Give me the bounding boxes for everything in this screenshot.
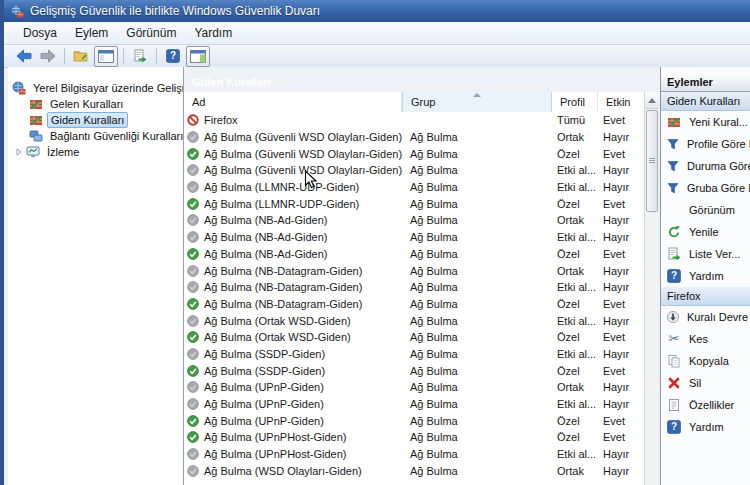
rule-row[interactable]: Ağ Bulma (NB-Datagram-Giden)Ağ BulmaOrta… xyxy=(184,262,645,279)
scroll-up-button[interactable] xyxy=(645,92,659,109)
rule-row[interactable]: Ağ Bulma (Güvenli WSD Olayları-Giden)Ağ … xyxy=(184,129,645,146)
rule-row[interactable]: Ağ Bulma (NB-Datagram-Giden)Ağ BulmaÖzel… xyxy=(184,296,645,313)
action-item-kes[interactable]: ✂Kes xyxy=(661,328,750,350)
tree-item-baglanti-guvenligi-kurallari[interactable]: Bağlantı Güvenliği Kuralları xyxy=(8,128,183,144)
action-item-profile-gore-filtre[interactable]: Profile Göre Fil xyxy=(661,133,750,155)
menu-item-dosya[interactable]: Dosya xyxy=(14,24,66,42)
rule-disabled-icon xyxy=(187,448,199,460)
actions-group-header-firefox[interactable]: Firefox xyxy=(661,287,750,306)
rule-name: Ağ Bulma (UPnP-Giden) xyxy=(204,415,324,427)
rule-row[interactable]: Ağ Bulma (UPnP-Giden)Ağ BulmaEtki al...H… xyxy=(184,396,645,413)
new-rule-icon xyxy=(667,115,681,129)
rule-row[interactable]: Ağ Bulma (Güvenli WSD Olayları-Giden)Ağ … xyxy=(184,162,645,179)
rule-row[interactable]: Ağ Bulma (SSDP-Giden)Ağ BulmaEtki al...H… xyxy=(184,346,645,363)
rule-row[interactable]: Ağ Bulma (SSDP-Giden)Ağ BulmaÖzelEvet xyxy=(184,362,645,379)
tree-item-gelen-kurallari[interactable]: Gelen Kuralları xyxy=(8,96,183,112)
svg-text:?: ? xyxy=(170,50,176,61)
rule-row[interactable]: FirefoxTümüEvet xyxy=(184,112,645,129)
expand-arrow-icon[interactable] xyxy=(12,148,26,156)
vertical-scrollbar[interactable] xyxy=(644,92,659,485)
menu-item-eylem[interactable]: Eylem xyxy=(66,24,117,42)
rule-group: Ağ Bulma xyxy=(402,181,552,193)
rule-row[interactable]: Ağ Bulma (UPnP-Giden)Ağ BulmaOrtakHayır xyxy=(184,379,645,396)
tree-item-root[interactable]: Yerel Bilgisayar üzerinde Gelişm xyxy=(8,80,183,96)
toolbar-button-export-list[interactable] xyxy=(129,47,151,66)
column-header-etkin[interactable]: Etkin xyxy=(598,92,645,112)
action-item-label: Liste Ver... xyxy=(689,248,740,260)
rule-enabled: Hayır xyxy=(598,181,645,193)
action-item-yardim[interactable]: ?Yardım xyxy=(661,265,750,287)
rule-name: Ağ Bulma (SSDP-Giden) xyxy=(204,348,325,360)
rule-enabled: Hayır xyxy=(598,398,645,410)
tree-item-label: İzleme xyxy=(44,145,82,159)
action-item-yenile[interactable]: Yenile xyxy=(661,221,750,243)
toolbar-button-back[interactable] xyxy=(13,47,35,66)
toolbar-separator xyxy=(156,48,157,64)
action-item-liste-ver[interactable]: Liste Ver... xyxy=(661,243,750,265)
action-item-kopyala[interactable]: Kopyala xyxy=(661,350,750,372)
rule-group: Ağ Bulma xyxy=(402,164,552,176)
action-item-ozellikler[interactable]: Özellikler xyxy=(661,394,750,416)
rule-disabled-icon xyxy=(187,164,199,176)
firewall-app-icon[interactable] xyxy=(10,4,24,18)
rule-profile: Özel xyxy=(552,365,598,377)
scrollbar-thumb[interactable] xyxy=(646,110,658,212)
rule-row[interactable]: Ağ Bulma (NB-Ad-Giden)Ağ BulmaOrtakHayır xyxy=(184,212,645,229)
rule-enabled: Evet xyxy=(598,248,645,260)
action-item-label: Yenile xyxy=(689,226,719,238)
rule-row[interactable]: Ağ Bulma (LLMNR-UDP-Giden)Ağ BulmaEtki a… xyxy=(184,179,645,196)
disable-rule-icon xyxy=(666,310,680,324)
menu-item-yardim[interactable]: Yardım xyxy=(185,24,241,42)
rule-enabled-icon xyxy=(187,198,199,210)
rule-enabled-icon xyxy=(187,431,199,443)
rule-profile: Ortak xyxy=(552,381,598,393)
action-item-yeni-kural[interactable]: Yeni Kural... xyxy=(661,111,750,133)
action-item-sil[interactable]: Sil xyxy=(661,372,750,394)
show-hide-action-pane-icon xyxy=(190,50,206,63)
column-header-ad[interactable]: Ad xyxy=(184,92,402,112)
tree-item-giden-kurallari[interactable]: Giden Kuralları xyxy=(8,112,183,128)
rule-row[interactable]: Ağ Bulma (Ortak WSD-Giden)Ağ BulmaEtki a… xyxy=(184,312,645,329)
action-item-yardim[interactable]: ?Yardım xyxy=(661,416,750,438)
action-item-gorunum[interactable]: Görünüm xyxy=(661,199,750,221)
rule-enabled: Evet xyxy=(598,298,645,310)
rule-enabled: Evet xyxy=(598,415,645,427)
tree-item-izleme[interactable]: İzleme xyxy=(8,144,183,160)
rule-row[interactable]: Ağ Bulma (NB-Ad-Giden)Ağ BulmaEtki al...… xyxy=(184,229,645,246)
rule-row[interactable]: Ağ Bulma (Ortak WSD-Giden)Ağ BulmaÖzelEv… xyxy=(184,329,645,346)
rule-row[interactable]: Ağ Bulma (NB-Datagram-Giden)Ağ BulmaEtki… xyxy=(184,279,645,296)
rule-profile: Etki al... xyxy=(552,281,598,293)
action-item-duruma-gore-filtre[interactable]: Duruma Göre F xyxy=(661,155,750,177)
action-item-gruba-gore-filtre[interactable]: Gruba Göre Fil xyxy=(661,177,750,199)
toolbar-button-forward[interactable] xyxy=(37,47,59,66)
rule-profile: Etki al... xyxy=(552,448,598,460)
rule-profile: Etki al... xyxy=(552,164,598,176)
tree-item-label: Giden Kuralları xyxy=(47,112,128,128)
column-header-grup[interactable]: Grup xyxy=(402,92,552,112)
action-item-kurali-devre-disi[interactable]: Kuralı Devre Dı xyxy=(661,306,750,328)
rule-enabled-icon xyxy=(187,298,199,310)
column-header-label: Ad xyxy=(192,96,205,108)
rule-disabled-icon xyxy=(187,281,199,293)
menu-item-gorunum[interactable]: Görünüm xyxy=(117,24,185,42)
rule-enabled: Evet xyxy=(598,148,645,160)
column-header-profil[interactable]: Profil xyxy=(552,92,598,112)
rule-enabled: Hayır xyxy=(598,164,645,176)
rule-enabled: Hayır xyxy=(598,465,645,477)
toolbar-button-show-hide-action-pane[interactable] xyxy=(186,46,210,67)
rule-row[interactable]: Ağ Bulma (UPnPHost-Giden)Ağ BulmaÖzelEve… xyxy=(184,429,645,446)
rule-row[interactable]: Ağ Bulma (UPnP-Giden)Ağ BulmaÖzelEvet xyxy=(184,412,645,429)
rule-enabled: Hayır xyxy=(598,281,645,293)
window-title: Gelişmiş Güvenlik ile birlikte Windows G… xyxy=(30,4,320,18)
actions-group-header-giden-kurallari[interactable]: Giden Kuralları xyxy=(661,92,750,111)
toolbar-button-show-hide-console-tree[interactable] xyxy=(70,47,92,66)
toolbar-button-console-window[interactable] xyxy=(94,46,118,67)
toolbar-button-help[interactable]: ? xyxy=(162,47,184,66)
rule-row[interactable]: Ağ Bulma (NB-Ad-Giden)Ağ BulmaÖzelEvet xyxy=(184,246,645,263)
rule-row[interactable]: Ağ Bulma (WSD Olayları-Giden)Ağ BulmaOrt… xyxy=(184,462,645,479)
connection-security-icon xyxy=(29,129,43,143)
rule-row[interactable]: Ağ Bulma (UPnPHost-Giden)Ağ BulmaEtki al… xyxy=(184,446,645,463)
rule-row[interactable]: Ağ Bulma (LLMNR-UDP-Giden)Ağ BulmaÖzelEv… xyxy=(184,195,645,212)
rule-name: Ağ Bulma (NB-Datagram-Giden) xyxy=(204,298,362,310)
rule-row[interactable]: Ağ Bulma (Güvenli WSD Olayları-Giden)Ağ … xyxy=(184,145,645,162)
